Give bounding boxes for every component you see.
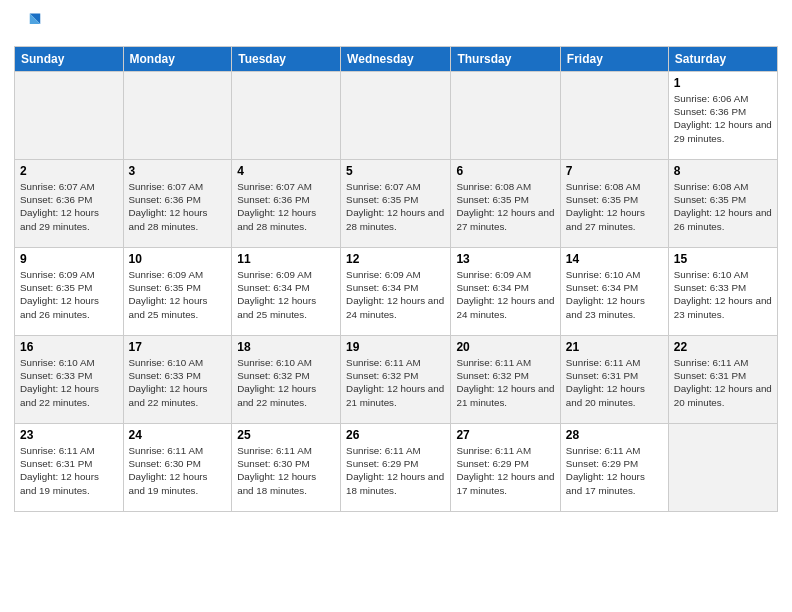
- day-number: 8: [674, 164, 772, 178]
- calendar-cell: 25Sunrise: 6:11 AMSunset: 6:30 PMDayligh…: [232, 424, 341, 512]
- day-number: 1: [674, 76, 772, 90]
- week-row-1: 2Sunrise: 6:07 AMSunset: 6:36 PMDaylight…: [15, 160, 778, 248]
- day-info: Sunrise: 6:07 AMSunset: 6:36 PMDaylight:…: [237, 180, 335, 233]
- calendar-cell: 22Sunrise: 6:11 AMSunset: 6:31 PMDayligh…: [668, 336, 777, 424]
- day-number: 13: [456, 252, 554, 266]
- day-number: 10: [129, 252, 227, 266]
- day-info: Sunrise: 6:11 AMSunset: 6:29 PMDaylight:…: [566, 444, 663, 497]
- calendar-cell: 19Sunrise: 6:11 AMSunset: 6:32 PMDayligh…: [341, 336, 451, 424]
- calendar-cell: 9Sunrise: 6:09 AMSunset: 6:35 PMDaylight…: [15, 248, 124, 336]
- calendar-cell: 17Sunrise: 6:10 AMSunset: 6:33 PMDayligh…: [123, 336, 232, 424]
- day-info: Sunrise: 6:09 AMSunset: 6:34 PMDaylight:…: [237, 268, 335, 321]
- week-row-4: 23Sunrise: 6:11 AMSunset: 6:31 PMDayligh…: [15, 424, 778, 512]
- day-info: Sunrise: 6:11 AMSunset: 6:30 PMDaylight:…: [237, 444, 335, 497]
- day-number: 2: [20, 164, 118, 178]
- day-info: Sunrise: 6:08 AMSunset: 6:35 PMDaylight:…: [456, 180, 554, 233]
- calendar-cell: 4Sunrise: 6:07 AMSunset: 6:36 PMDaylight…: [232, 160, 341, 248]
- calendar-cell: 15Sunrise: 6:10 AMSunset: 6:33 PMDayligh…: [668, 248, 777, 336]
- week-row-3: 16Sunrise: 6:10 AMSunset: 6:33 PMDayligh…: [15, 336, 778, 424]
- day-number: 16: [20, 340, 118, 354]
- calendar-cell: 6Sunrise: 6:08 AMSunset: 6:35 PMDaylight…: [451, 160, 560, 248]
- calendar-cell: 23Sunrise: 6:11 AMSunset: 6:31 PMDayligh…: [15, 424, 124, 512]
- calendar-cell: 5Sunrise: 6:07 AMSunset: 6:35 PMDaylight…: [341, 160, 451, 248]
- day-info: Sunrise: 6:09 AMSunset: 6:35 PMDaylight:…: [20, 268, 118, 321]
- day-info: Sunrise: 6:09 AMSunset: 6:34 PMDaylight:…: [346, 268, 445, 321]
- header-thursday: Thursday: [451, 47, 560, 72]
- day-info: Sunrise: 6:09 AMSunset: 6:34 PMDaylight:…: [456, 268, 554, 321]
- calendar-cell: 21Sunrise: 6:11 AMSunset: 6:31 PMDayligh…: [560, 336, 668, 424]
- day-number: 19: [346, 340, 445, 354]
- day-info: Sunrise: 6:06 AMSunset: 6:36 PMDaylight:…: [674, 92, 772, 145]
- day-info: Sunrise: 6:11 AMSunset: 6:32 PMDaylight:…: [456, 356, 554, 409]
- calendar-cell: [341, 72, 451, 160]
- day-info: Sunrise: 6:08 AMSunset: 6:35 PMDaylight:…: [674, 180, 772, 233]
- day-number: 9: [20, 252, 118, 266]
- calendar-cell: 2Sunrise: 6:07 AMSunset: 6:36 PMDaylight…: [15, 160, 124, 248]
- header-friday: Friday: [560, 47, 668, 72]
- calendar-cell: 13Sunrise: 6:09 AMSunset: 6:34 PMDayligh…: [451, 248, 560, 336]
- header-saturday: Saturday: [668, 47, 777, 72]
- week-row-2: 9Sunrise: 6:09 AMSunset: 6:35 PMDaylight…: [15, 248, 778, 336]
- week-row-0: 1Sunrise: 6:06 AMSunset: 6:36 PMDaylight…: [15, 72, 778, 160]
- day-info: Sunrise: 6:08 AMSunset: 6:35 PMDaylight:…: [566, 180, 663, 233]
- day-number: 23: [20, 428, 118, 442]
- calendar-cell: 3Sunrise: 6:07 AMSunset: 6:36 PMDaylight…: [123, 160, 232, 248]
- day-number: 18: [237, 340, 335, 354]
- calendar-cell: 10Sunrise: 6:09 AMSunset: 6:35 PMDayligh…: [123, 248, 232, 336]
- calendar-cell: 24Sunrise: 6:11 AMSunset: 6:30 PMDayligh…: [123, 424, 232, 512]
- calendar-cell: 14Sunrise: 6:10 AMSunset: 6:34 PMDayligh…: [560, 248, 668, 336]
- day-number: 26: [346, 428, 445, 442]
- day-number: 14: [566, 252, 663, 266]
- calendar-table: SundayMondayTuesdayWednesdayThursdayFrid…: [14, 46, 778, 512]
- header-tuesday: Tuesday: [232, 47, 341, 72]
- day-info: Sunrise: 6:07 AMSunset: 6:36 PMDaylight:…: [20, 180, 118, 233]
- logo: [14, 10, 46, 38]
- calendar-cell: 20Sunrise: 6:11 AMSunset: 6:32 PMDayligh…: [451, 336, 560, 424]
- calendar-cell: [560, 72, 668, 160]
- day-number: 21: [566, 340, 663, 354]
- calendar-cell: 1Sunrise: 6:06 AMSunset: 6:36 PMDaylight…: [668, 72, 777, 160]
- day-info: Sunrise: 6:10 AMSunset: 6:33 PMDaylight:…: [20, 356, 118, 409]
- day-number: 20: [456, 340, 554, 354]
- calendar-cell: [15, 72, 124, 160]
- day-number: 24: [129, 428, 227, 442]
- day-info: Sunrise: 6:10 AMSunset: 6:32 PMDaylight:…: [237, 356, 335, 409]
- day-number: 12: [346, 252, 445, 266]
- day-info: Sunrise: 6:11 AMSunset: 6:29 PMDaylight:…: [346, 444, 445, 497]
- calendar-cell: 26Sunrise: 6:11 AMSunset: 6:29 PMDayligh…: [341, 424, 451, 512]
- calendar-cell: [451, 72, 560, 160]
- day-number: 22: [674, 340, 772, 354]
- day-info: Sunrise: 6:11 AMSunset: 6:31 PMDaylight:…: [674, 356, 772, 409]
- day-info: Sunrise: 6:07 AMSunset: 6:36 PMDaylight:…: [129, 180, 227, 233]
- header-monday: Monday: [123, 47, 232, 72]
- header-wednesday: Wednesday: [341, 47, 451, 72]
- calendar-cell: [668, 424, 777, 512]
- calendar-body: 1Sunrise: 6:06 AMSunset: 6:36 PMDaylight…: [15, 72, 778, 512]
- calendar-cell: 28Sunrise: 6:11 AMSunset: 6:29 PMDayligh…: [560, 424, 668, 512]
- day-number: 17: [129, 340, 227, 354]
- day-number: 7: [566, 164, 663, 178]
- day-number: 28: [566, 428, 663, 442]
- day-number: 5: [346, 164, 445, 178]
- day-number: 27: [456, 428, 554, 442]
- calendar-cell: 7Sunrise: 6:08 AMSunset: 6:35 PMDaylight…: [560, 160, 668, 248]
- day-info: Sunrise: 6:11 AMSunset: 6:30 PMDaylight:…: [129, 444, 227, 497]
- day-info: Sunrise: 6:09 AMSunset: 6:35 PMDaylight:…: [129, 268, 227, 321]
- calendar-cell: 18Sunrise: 6:10 AMSunset: 6:32 PMDayligh…: [232, 336, 341, 424]
- day-info: Sunrise: 6:11 AMSunset: 6:31 PMDaylight:…: [20, 444, 118, 497]
- calendar-cell: 16Sunrise: 6:10 AMSunset: 6:33 PMDayligh…: [15, 336, 124, 424]
- day-info: Sunrise: 6:10 AMSunset: 6:34 PMDaylight:…: [566, 268, 663, 321]
- day-number: 6: [456, 164, 554, 178]
- day-number: 25: [237, 428, 335, 442]
- calendar-cell: [232, 72, 341, 160]
- day-info: Sunrise: 6:10 AMSunset: 6:33 PMDaylight:…: [674, 268, 772, 321]
- calendar-cell: 8Sunrise: 6:08 AMSunset: 6:35 PMDaylight…: [668, 160, 777, 248]
- header-row: SundayMondayTuesdayWednesdayThursdayFrid…: [15, 47, 778, 72]
- calendar-cell: 27Sunrise: 6:11 AMSunset: 6:29 PMDayligh…: [451, 424, 560, 512]
- day-info: Sunrise: 6:10 AMSunset: 6:33 PMDaylight:…: [129, 356, 227, 409]
- logo-icon: [14, 10, 42, 38]
- day-number: 15: [674, 252, 772, 266]
- calendar-cell: 12Sunrise: 6:09 AMSunset: 6:34 PMDayligh…: [341, 248, 451, 336]
- day-info: Sunrise: 6:11 AMSunset: 6:32 PMDaylight:…: [346, 356, 445, 409]
- calendar-header: SundayMondayTuesdayWednesdayThursdayFrid…: [15, 47, 778, 72]
